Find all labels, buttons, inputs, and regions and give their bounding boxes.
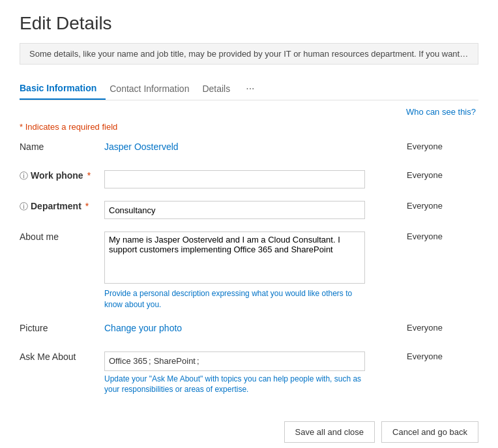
ask-me-tag-1: SharePoint: [154, 356, 196, 366]
form-section: Who can see this? * Indicates a required…: [20, 107, 478, 395]
name-label: Name: [20, 138, 104, 152]
about-me-textarea[interactable]: My name is Jasper Oosterveld and I am a …: [104, 231, 365, 284]
page-title: Edit Details: [20, 13, 478, 34]
info-banner: Some details, like your name and job tit…: [20, 43, 478, 65]
cancel-button[interactable]: Cancel and go back: [381, 421, 478, 443]
about-me-visibility: Everyone: [400, 228, 478, 241]
work-phone-required-star: *: [87, 170, 91, 181]
ask-me-about-value: Office 365; SharePoint; Update your "Ask…: [104, 348, 400, 396]
work-phone-label: ⓘ Work phone *: [20, 167, 104, 182]
name-label-text: Name: [20, 142, 44, 152]
department-info-icon[interactable]: ⓘ: [20, 201, 28, 213]
picture-row: Picture Change your photo Everyone: [20, 320, 478, 339]
tabs-row: Basic Information Contact Information De…: [20, 78, 478, 100]
ask-me-about-label-text: Ask Me About: [20, 351, 76, 362]
name-row: Name Jasper Oosterveld Everyone: [20, 138, 478, 158]
ask-me-about-tags-container[interactable]: Office 365; SharePoint;: [104, 351, 365, 371]
department-input[interactable]: [104, 201, 365, 219]
tab-contact-information[interactable]: Contact Information: [110, 78, 198, 99]
ask-me-about-visibility: Everyone: [400, 348, 478, 361]
work-phone-info-icon[interactable]: ⓘ: [20, 170, 28, 182]
department-visibility: Everyone: [400, 198, 478, 211]
name-visibility: Everyone: [400, 138, 478, 151]
tag-separator-1: ;: [197, 356, 199, 366]
about-me-hint: Provide a personal description expressin…: [104, 288, 365, 310]
tabs-more-button[interactable]: ···: [243, 78, 257, 100]
picture-label-text: Picture: [20, 323, 48, 333]
ask-me-about-hint: Update your "Ask Me About" with topics y…: [104, 374, 365, 396]
work-phone-row: ⓘ Work phone * Everyone: [20, 167, 478, 188]
footer-buttons: Save all and close Cancel and go back: [20, 415, 478, 443]
name-display: Jasper Oosterveld: [104, 142, 179, 152]
name-value: Jasper Oosterveld: [104, 138, 400, 152]
about-me-area: My name is Jasper Oosterveld and I am a …: [104, 231, 365, 286]
work-phone-value: [104, 167, 400, 188]
ask-me-about-label: Ask Me About: [20, 348, 104, 362]
ask-me-about-row: Ask Me About Office 365; SharePoint; Upd…: [20, 348, 478, 396]
who-can-see-label: Who can see this?: [406, 107, 478, 117]
picture-value: Change your photo: [104, 320, 400, 333]
work-phone-visibility: Everyone: [400, 167, 478, 180]
who-can-see-row: Who can see this?: [20, 107, 478, 121]
department-label-text: Department: [31, 201, 81, 211]
picture-label: Picture: [20, 320, 104, 333]
change-photo-link[interactable]: Change your photo: [104, 323, 182, 333]
about-me-row: About me My name is Jasper Oosterveld an…: [20, 228, 478, 310]
department-required-star: *: [85, 201, 89, 211]
department-value: [104, 198, 400, 219]
tab-details[interactable]: Details: [202, 78, 239, 99]
department-label: ⓘ Department *: [20, 198, 104, 213]
work-phone-input[interactable]: [104, 170, 365, 188]
ask-me-tag-0: Office 365: [109, 356, 147, 366]
about-me-value: My name is Jasper Oosterveld and I am a …: [104, 228, 400, 310]
picture-visibility: Everyone: [400, 320, 478, 333]
tab-basic-information[interactable]: Basic Information: [20, 78, 106, 100]
required-field-note: * Indicates a required field: [20, 122, 478, 132]
tag-separator-0: ;: [149, 356, 151, 366]
work-phone-label-text: Work phone: [31, 170, 83, 181]
about-me-label-text: About me: [20, 231, 59, 242]
save-button[interactable]: Save all and close: [284, 421, 375, 443]
department-row: ⓘ Department * Everyone: [20, 198, 478, 219]
about-me-label: About me: [20, 228, 104, 242]
